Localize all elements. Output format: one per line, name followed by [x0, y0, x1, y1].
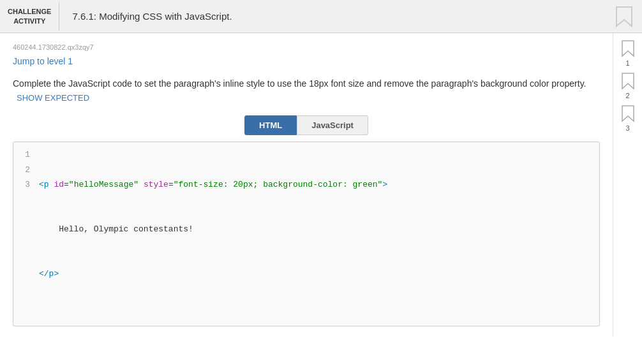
- code-lines: 1 2 3 <p id="helloMessage" style="font-s…: [13, 142, 599, 316]
- code-line-1: <p id="helloMessage" style="font-size: 2…: [39, 177, 597, 192]
- code-line-2: Hello, Olympic contestants!: [39, 222, 597, 237]
- line-num-3: 3: [20, 177, 30, 192]
- level-1-bookmark-icon: [621, 40, 635, 57]
- jump-to-level-link[interactable]: Jump to level 1: [13, 56, 73, 66]
- line-num-1: 1: [20, 147, 30, 162]
- badge-icon: [615, 6, 633, 27]
- right-sidebar: 1 2 3: [613, 33, 642, 337]
- level-2-num: 2: [625, 92, 629, 99]
- session-id: 460244.1730822.qx3zqy7: [13, 43, 600, 51]
- header: CHALLENGE ACTIVITY 7.6.1: Modifying CSS …: [0, 0, 642, 33]
- level-3-num: 3: [625, 124, 629, 132]
- tabs-container: HTML JavaScript: [13, 115, 600, 135]
- code-editor: 1 2 3 <p id="helloMessage" style="font-s…: [13, 142, 600, 326]
- level-2-bookmark-icon: [621, 72, 635, 90]
- svg-marker-2: [622, 73, 634, 89]
- show-expected-link[interactable]: SHOW EXPECTED: [17, 93, 89, 103]
- header-badge: [613, 3, 636, 31]
- challenge-label: CHALLENGE ACTIVITY: [0, 2, 59, 31]
- line-num-2: 2: [20, 163, 30, 177]
- main-container: 460244.1730822.qx3zqy7 Jump to level 1 C…: [0, 33, 642, 337]
- svg-marker-3: [622, 106, 634, 121]
- content-area: 460244.1730822.qx3zqy7 Jump to level 1 C…: [0, 33, 613, 337]
- header-title: 7.6.1: Modifying CSS with JavaScript.: [59, 11, 613, 22]
- svg-marker-0: [616, 7, 632, 26]
- level-item-3[interactable]: 3: [621, 105, 635, 132]
- line-numbers: 1 2 3: [13, 147, 36, 311]
- level-item-1[interactable]: 1: [621, 40, 635, 67]
- tab-javascript[interactable]: JavaScript: [297, 115, 368, 135]
- level-item-2[interactable]: 2: [621, 72, 635, 99]
- code-content[interactable]: <p id="helloMessage" style="font-size: 2…: [36, 147, 599, 311]
- code-line-3: </p>: [39, 266, 597, 281]
- level-3-bookmark-icon: [621, 105, 635, 122]
- svg-marker-1: [622, 41, 634, 56]
- tab-html[interactable]: HTML: [244, 115, 297, 135]
- instructions-text: Complete the JavaScript code to set the …: [13, 76, 600, 105]
- level-1-num: 1: [625, 59, 629, 67]
